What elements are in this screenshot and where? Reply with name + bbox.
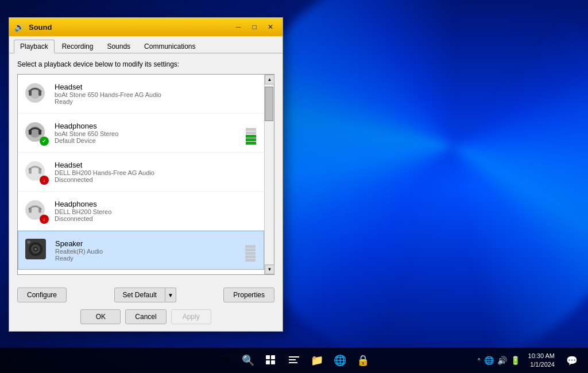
notification-button[interactable]: 💬 — [563, 355, 581, 366]
device-name-3: Headset — [55, 161, 258, 169]
device-item-headphone-realtek[interactable]: ↓ Headphone Realtek(R) Audio Not plugged… — [18, 270, 264, 274]
device-status-2: Default Device — [55, 137, 240, 144]
svg-rect-24 — [266, 355, 270, 359]
scroll-up-button[interactable]: ▲ — [265, 75, 274, 84]
device-name-1: Headset — [55, 83, 258, 91]
cancel-button[interactable]: Cancel — [125, 309, 166, 324]
set-default-dropdown-button[interactable]: ▼ — [165, 287, 176, 302]
device-status-3: Disconnected — [55, 176, 258, 183]
device-icon-wrap-5 — [24, 238, 49, 263]
speaker-icon-5 — [24, 238, 47, 261]
device-info-5: Speaker Realtek(R) Audio Ready — [55, 239, 239, 262]
vol-bar-1 — [246, 128, 256, 131]
device-item-headset-dell[interactable]: ↓ Headset DELL BH200 Hands-Free AG Audio… — [18, 153, 264, 192]
tab-recording[interactable]: Recording — [56, 40, 100, 53]
device-sub-1: boAt Stone 650 Hands-Free AG Audio — [55, 91, 258, 98]
device-icon-wrap-4: ↓ — [24, 199, 49, 224]
device-item-speaker-realtek[interactable]: Speaker Realtek(R) Audio Ready — [18, 231, 264, 270]
clock-date: 1/1/2024 — [528, 360, 555, 369]
vol-bar-3 — [246, 135, 256, 138]
close-button[interactable]: ✕ — [263, 21, 278, 33]
set-default-button[interactable]: Set Default — [114, 287, 165, 302]
minimize-button[interactable]: ─ — [231, 21, 246, 33]
svg-rect-28 — [289, 356, 299, 358]
disconnected-badge-4: ↓ — [40, 215, 49, 224]
svg-rect-30 — [289, 362, 297, 363]
properties-button[interactable]: Properties — [223, 287, 274, 302]
bg-swirl — [232, 0, 588, 367]
device-item-headphones-boat[interactable]: ✓ Headphones boAt Stone 650 Stereo Defau… — [18, 114, 264, 153]
device-info-1: Headset boAt Stone 650 Hands-Free AG Aud… — [55, 83, 258, 105]
volume-indicator-2 — [246, 122, 256, 145]
device-name-2: Headphones — [55, 122, 240, 130]
scroll-thumb-area[interactable] — [265, 84, 274, 265]
ok-cancel-row: OK Cancel Apply — [9, 307, 283, 331]
dialog-icon: 🔊 — [14, 22, 24, 32]
vol-bar-s3 — [245, 252, 256, 255]
svg-rect-27 — [271, 360, 275, 364]
device-list-container: Headset boAt Stone 650 Hands-Free AG Aud… — [17, 74, 274, 275]
vol-bar-2 — [246, 131, 256, 134]
sound-dialog: 🔊 Sound ─ □ ✕ Playback Recording Sounds … — [9, 17, 283, 332]
volume-icon[interactable]: 🔊 — [497, 356, 507, 365]
buttons-row-1: Configure Set Default ▼ Properties — [9, 282, 283, 307]
taskbar: ⊞ 🔍 📁 🌐 🔒 ^ 🌐 🔊 🔋 — [0, 348, 588, 373]
device-sub-4: DELL BH200 Stereo — [55, 208, 258, 215]
ok-button[interactable]: OK — [80, 309, 121, 324]
device-icon-wrap-2: ✓ — [24, 121, 49, 146]
set-default-group: Set Default ▼ — [114, 287, 176, 302]
taskbar-center: ⊞ 🔍 📁 🌐 🔒 — [215, 350, 373, 371]
device-name-4: Headphones — [55, 200, 258, 208]
device-item-headphones-dell[interactable]: ↓ Headphones DELL BH200 Stereo Disconnec… — [18, 192, 264, 231]
vol-bar-5 — [246, 142, 256, 145]
device-sub-5: Realtek(R) Audio — [55, 248, 239, 255]
device-info-3: Headset DELL BH200 Hands-Free AG Audio D… — [55, 161, 258, 183]
svg-rect-26 — [266, 360, 270, 364]
device-sub-2: boAt Stone 650 Stereo — [55, 130, 240, 137]
taskbar-edge-button[interactable]: 🌐 — [330, 350, 350, 371]
dialog-content: Select a playback device below to modify… — [9, 53, 283, 282]
default-badge-2: ✓ — [40, 137, 49, 146]
device-icon-wrap-3: ↓ — [24, 160, 49, 185]
vol-bar-s2 — [245, 248, 256, 251]
taskbar-widgets-button[interactable] — [284, 350, 304, 371]
taskbar-taskview-button[interactable] — [261, 350, 281, 371]
taskbar-file-explorer-button[interactable]: 📁 — [307, 350, 327, 371]
network-icon: 🌐 — [484, 356, 494, 365]
device-status-4: Disconnected — [55, 215, 258, 222]
device-name-5: Speaker — [55, 239, 239, 248]
device-status-5: Ready — [55, 255, 239, 262]
svg-point-18 — [34, 248, 37, 250]
svg-rect-25 — [271, 355, 275, 359]
maximize-button[interactable]: □ — [247, 21, 262, 33]
device-icon-wrap-1 — [24, 81, 49, 107]
system-clock[interactable]: 10:30 AM 1/1/2024 — [524, 352, 559, 370]
vol-bar-s1 — [245, 245, 256, 248]
vol-bar-4 — [246, 138, 256, 141]
taskbar-store-button[interactable]: 🔒 — [353, 350, 373, 371]
vol-bar-s5 — [245, 259, 256, 262]
taskbar-search-button[interactable]: 🔍 — [238, 350, 258, 371]
tab-playback[interactable]: Playback — [14, 40, 55, 53]
scroll-down-button[interactable]: ▼ — [265, 265, 274, 274]
vol-bar-s4 — [245, 255, 256, 258]
apply-button[interactable]: Apply — [171, 309, 211, 324]
configure-button[interactable]: Configure — [17, 287, 67, 302]
tabs-container: Playback Recording Sounds Communications — [9, 36, 283, 53]
headset-icon-1 — [24, 81, 47, 104]
dialog-title: Sound — [29, 23, 226, 32]
scrollbar[interactable]: ▲ ▼ — [264, 75, 274, 274]
title-bar: 🔊 Sound ─ □ ✕ — [9, 18, 283, 36]
taskbar-start-button[interactable]: ⊞ — [215, 350, 235, 371]
volume-indicator-5 — [245, 239, 256, 262]
system-tray: ^ 🌐 🔊 🔋 — [478, 356, 520, 365]
scroll-thumb[interactable] — [265, 87, 273, 121]
clock-time: 10:30 AM — [528, 352, 555, 360]
svg-point-20 — [28, 242, 30, 243]
device-item-headset-boat[interactable]: Headset boAt Stone 650 Hands-Free AG Aud… — [18, 75, 264, 114]
tab-sounds[interactable]: Sounds — [100, 40, 137, 53]
device-status-1: Ready — [55, 98, 258, 105]
tab-communications[interactable]: Communications — [138, 40, 202, 53]
tray-arrow[interactable]: ^ — [478, 358, 481, 364]
disconnected-badge-3: ↓ — [40, 176, 49, 185]
